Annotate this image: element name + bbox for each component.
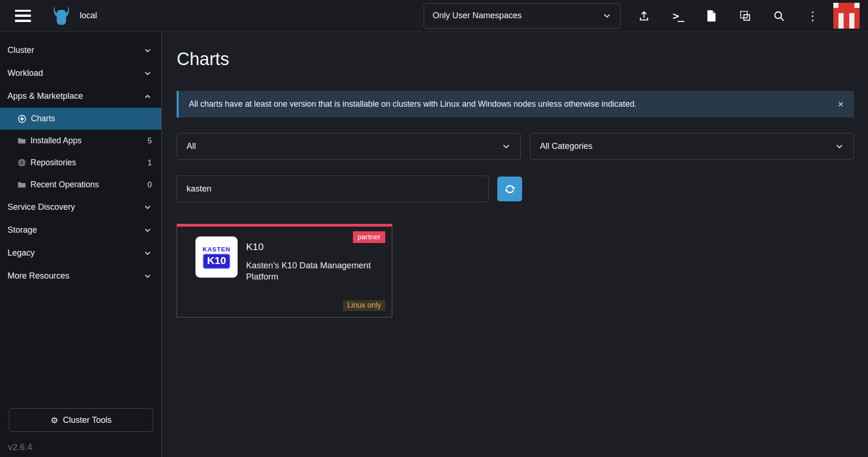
os-label-badge: Linux only (343, 300, 385, 311)
sidebar-item-label: Service Discovery (7, 202, 75, 212)
chart-card-description: Kasten’s K10 Data Management Platform (246, 260, 373, 282)
chevron-down-icon (143, 272, 152, 280)
chart-search-input[interactable] (177, 176, 489, 202)
import-yaml-icon[interactable] (634, 6, 654, 26)
sidebar-item-label: More Resources (7, 271, 69, 281)
cluster-tools-button[interactable]: ⚙ Cluster Tools (9, 408, 153, 432)
sidebar-item-recent-operations[interactable]: Recent Operations 0 (0, 174, 161, 196)
logo-word: KASTEN (202, 246, 230, 253)
sidebar-item-label: Charts (31, 114, 55, 124)
chevron-down-icon (501, 142, 511, 151)
chevron-down-icon (143, 203, 152, 212)
count-badge: 0 (148, 180, 152, 189)
filter-row: All All Categories (177, 133, 854, 160)
refresh-icon (504, 184, 516, 195)
category-filter-value: All Categories (540, 141, 592, 151)
chevron-down-icon (143, 249, 152, 258)
namespace-filter-dropdown[interactable]: Only User Namespaces (424, 3, 621, 29)
download-kubeconfig-icon[interactable] (701, 6, 722, 26)
sidebar-item-label: Cluster (7, 45, 34, 55)
sidebar-item-charts[interactable]: Charts (0, 108, 161, 130)
sidebar-item-service-discovery[interactable]: Service Discovery (0, 196, 161, 219)
cluster-name: local (80, 11, 97, 21)
folder-icon (18, 181, 26, 188)
rancher-logo[interactable] (51, 6, 72, 26)
count-badge: 5 (148, 136, 152, 145)
repo-filter-value: All (187, 141, 196, 151)
sidebar-item-label: Apps & Marketplace (7, 91, 83, 101)
count-badge: 1 (148, 158, 152, 167)
kebab-menu-icon[interactable]: ⋮ (802, 6, 823, 26)
refresh-button[interactable] (497, 177, 522, 201)
partner-badge: partner (353, 231, 385, 243)
sidebar-item-label: Legacy (7, 248, 35, 258)
chevron-up-icon (143, 92, 152, 101)
globe-icon (18, 159, 26, 167)
sidebar-item-workload[interactable]: Workload (0, 62, 161, 85)
repo-filter-dropdown[interactable]: All (177, 133, 521, 160)
cluster-tools-label: Cluster Tools (63, 415, 112, 425)
logo-box: K10 (203, 254, 230, 269)
top-header: local Only User Namespaces >_ ⋮ (0, 0, 868, 32)
chevron-down-icon (143, 46, 152, 55)
chevron-down-icon (143, 69, 152, 78)
sidebar-item-label: Workload (7, 68, 43, 78)
sidebar-item-more-resources[interactable]: More Resources (0, 265, 161, 287)
chevron-down-icon (835, 142, 844, 151)
page-title: Charts (177, 49, 854, 69)
namespace-filter-value: Only User Namespaces (433, 11, 522, 21)
sidebar-item-label: Recent Operations (30, 180, 99, 190)
main-content: Charts All charts have at least one vers… (162, 32, 868, 457)
sidebar-item-cluster[interactable]: Cluster (0, 39, 161, 62)
search-row (177, 176, 854, 202)
sidebar-item-label: Repositories (30, 158, 76, 168)
chevron-down-icon (602, 11, 612, 21)
close-icon[interactable]: × (838, 99, 844, 110)
cluster-sidebar: Cluster Workload Apps & Marketplace Char… (0, 32, 162, 457)
kubectl-shell-icon[interactable]: >_ (667, 6, 688, 26)
user-avatar[interactable] (833, 3, 860, 29)
sidebar-item-storage[interactable]: Storage (0, 219, 161, 242)
info-banner-text: All charts have at least one version tha… (189, 99, 636, 109)
sidebar-item-apps-marketplace[interactable]: Apps & Marketplace (0, 85, 161, 108)
kasten-k10-logo: KASTEN K10 (195, 236, 238, 278)
info-banner: All charts have at least one version tha… (177, 91, 854, 118)
hamburger-menu-icon[interactable] (15, 10, 31, 22)
category-filter-dropdown[interactable]: All Categories (530, 133, 854, 160)
sidebar-item-legacy[interactable]: Legacy (0, 242, 161, 265)
gear-icon: ⚙ (51, 415, 58, 425)
chart-card-title: K10 (246, 241, 263, 252)
sidebar-item-label: Installed Apps (30, 136, 82, 146)
compass-icon (18, 115, 26, 123)
chevron-down-icon (143, 226, 152, 235)
sidebar-item-installed-apps[interactable]: Installed Apps 5 (0, 130, 161, 152)
card-accent-strip (177, 224, 392, 227)
chart-card-k10[interactable]: partner KASTEN K10 K10 Kasten’s K10 Data… (177, 224, 392, 317)
sidebar-item-label: Storage (7, 225, 37, 235)
sidebar-item-repositories[interactable]: Repositories 1 (0, 152, 161, 174)
copy-kubeconfig-icon[interactable] (735, 6, 756, 26)
search-icon[interactable] (769, 6, 789, 26)
version-label: v2.6.4 (8, 442, 32, 452)
folder-icon (18, 137, 26, 144)
